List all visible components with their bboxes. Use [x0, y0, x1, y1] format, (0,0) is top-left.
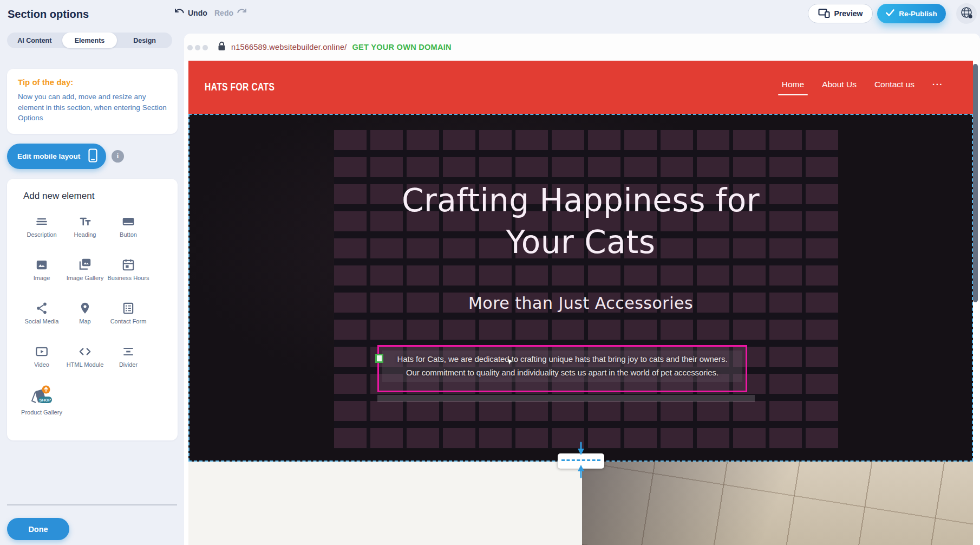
hero-paragraph: Hats for Cats, we are dedicated to craft… [382, 351, 742, 382]
nav-home[interactable]: Home [782, 80, 804, 89]
globe-icon [960, 6, 973, 21]
nav-more-icon[interactable]: ··· [932, 80, 943, 89]
window-dot-2 [195, 45, 200, 50]
page-title: Section options [8, 8, 89, 21]
done-button[interactable]: Done [7, 518, 69, 540]
hero-subheading[interactable]: More than Just Accessories [190, 294, 972, 313]
lock-icon [218, 41, 226, 53]
edit-mobile-layout-button[interactable]: Edit mobile layout [7, 144, 106, 169]
element-grid: Description Heading Button Image [20, 212, 150, 429]
image-gallery-icon [77, 256, 93, 272]
mouse-cursor [506, 358, 514, 371]
tip-title: Tip of the day: [18, 77, 167, 87]
business-hours-icon [121, 256, 135, 272]
nav-about-us[interactable]: About Us [822, 80, 857, 89]
preview-scrollbar[interactable] [973, 64, 978, 302]
browser-chrome-bar: n1566589.websitebuilder.online/ GET YOUR… [184, 34, 980, 61]
redo-icon [237, 8, 247, 18]
heading-icon [78, 212, 92, 229]
element-product-gallery[interactable]: SHOP Product Gallery [20, 386, 63, 429]
sidebar-divider [7, 504, 177, 505]
site-preview-canvas: n1566589.websitebuilder.online/ GET YOUR… [184, 34, 980, 545]
app-window: Section options Undo Redo Preview Re-Pub… [0, 0, 980, 545]
undo-button[interactable]: Undo [174, 8, 207, 18]
redo-button[interactable]: Redo [214, 8, 247, 18]
site-header: HATS FOR CATS Home About Us Contact us ·… [188, 61, 973, 114]
description-icon [35, 212, 49, 229]
element-hover-bar [377, 395, 755, 402]
preview-label: Preview [834, 9, 863, 18]
hero-section-selected[interactable]: Crafting Happiness for Your Cats More th… [188, 114, 973, 462]
contact-form-icon [121, 299, 135, 315]
site-logo[interactable]: HATS FOR CATS [205, 81, 275, 93]
edit-mobile-label: Edit mobile layout [17, 152, 80, 160]
image-icon [35, 256, 49, 272]
tab-ai-content[interactable]: AI Content [7, 33, 62, 48]
done-label: Done [28, 525, 48, 534]
check-icon [886, 9, 894, 18]
site-url[interactable]: n1566589.websitebuilder.online/ [231, 43, 347, 51]
element-heading[interactable]: Heading [63, 212, 107, 256]
element-business-hours[interactable]: Business Hours [107, 256, 150, 299]
map-icon [78, 299, 92, 315]
phone-icon [88, 148, 97, 164]
resize-dash-line [561, 459, 600, 461]
next-section-left [188, 462, 582, 545]
republish-label: Re-Publish [899, 10, 937, 18]
site-nav: Home About Us Contact us ··· [782, 73, 943, 96]
section-resize-handle[interactable] [558, 453, 604, 469]
undo-label: Undo [188, 9, 207, 17]
text-element-selected[interactable]: Hats for Cats, we are dedicated to craft… [377, 345, 747, 392]
element-image-gallery[interactable]: Image Gallery [63, 256, 107, 299]
get-domain-link[interactable]: GET YOUR OWN DOMAIN [352, 43, 451, 51]
preview-button[interactable]: Preview [808, 4, 873, 23]
redo-label: Redo [214, 9, 233, 17]
element-divider[interactable]: Divider [107, 342, 150, 386]
add-element-card: Add new element Description Heading Butt… [7, 179, 178, 440]
tip-of-the-day-card: Tip of the day: Now you can add, move an… [7, 69, 178, 134]
tab-elements[interactable]: Elements [62, 33, 117, 48]
element-social-media[interactable]: Social Media [20, 299, 63, 342]
element-html-module[interactable]: HTML Module [63, 342, 107, 386]
info-icon[interactable]: i [112, 150, 124, 163]
language-globe-button[interactable] [956, 3, 977, 24]
divider-icon [121, 342, 135, 359]
window-dot-1 [187, 45, 193, 50]
element-button[interactable]: Button [107, 212, 150, 256]
website-preview: HATS FOR CATS Home About Us Contact us ·… [188, 61, 973, 545]
element-contact-form[interactable]: Contact Form [107, 299, 150, 342]
element-image[interactable]: Image [20, 256, 63, 299]
nav-contact-us[interactable]: Contact us [874, 80, 914, 89]
undo-icon [174, 8, 185, 18]
element-map[interactable]: Map [63, 299, 107, 342]
panel-tab-bar: AI Content Elements Design [7, 33, 172, 48]
hero-heading[interactable]: Crafting Happiness for Your Cats [190, 180, 972, 263]
html-module-icon [77, 342, 93, 359]
tab-design[interactable]: Design [117, 33, 172, 48]
element-description[interactable]: Description [20, 212, 63, 256]
product-gallery-icon: SHOP [28, 386, 56, 406]
video-icon [34, 342, 49, 359]
add-element-title: Add new element [23, 191, 94, 202]
next-section-floor-image [582, 462, 973, 545]
tip-body: Now you can add, move and resize any ele… [18, 92, 174, 124]
element-video[interactable]: Video [20, 342, 63, 386]
social-media-icon [35, 299, 49, 315]
button-icon [121, 212, 136, 229]
republish-button[interactable]: Re-Publish [877, 4, 946, 23]
devices-icon [818, 8, 830, 20]
window-dot-3 [202, 45, 208, 50]
shop-badge: SHOP [40, 398, 51, 403]
element-drag-handle[interactable] [375, 354, 383, 363]
